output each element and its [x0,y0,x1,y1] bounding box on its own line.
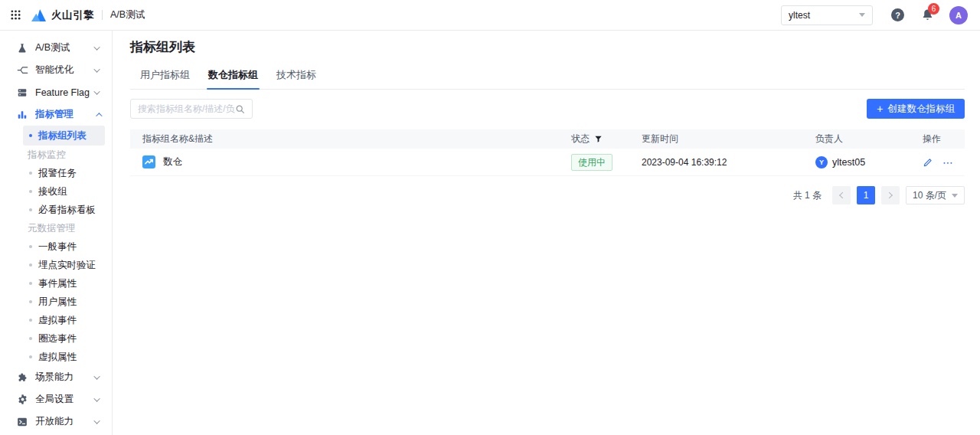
column-status-label: 状态 [571,132,590,146]
pagination: 共 1 条 1 10 条/页 [130,186,965,204]
sidebar-item-circle-select-event[interactable]: 圈选事件 [23,329,105,348]
sidebar-item-label: 用户属性 [38,296,77,309]
sidebar-item-open-capability[interactable]: 开放能力 [0,410,112,433]
edit-icon[interactable] [923,157,933,168]
more-actions-icon[interactable]: ⋯ [942,157,954,168]
help-icon[interactable]: ? [891,8,904,21]
sidebar-item-label: 全局设置 [35,393,96,406]
brand-name[interactable]: 火山引擎 [51,8,94,22]
metric-group-name[interactable]: 数仓 [163,155,182,168]
sidebar-item-label: 报警任务 [38,167,77,180]
column-actions: 操作 [923,132,965,146]
sidebar-item-label: 一般事件 [38,240,77,253]
volcano-logo-icon [31,9,46,21]
owner-name: yltest05 [832,157,865,168]
sidebar-item-metric-group-list[interactable]: 指标组列表 [23,126,105,146]
page-size-value: 10 条/页 [913,189,946,202]
page-title: 指标组列表 [130,38,965,57]
bullet-icon [29,355,32,358]
product-name[interactable]: A/B测试 [110,8,145,21]
search-box[interactable] [130,99,253,119]
sidebar-heading-label: 元数据管理 [28,222,76,235]
column-name-description: 指标组名称&描述 [130,132,571,146]
sidebar-item-realtime-validation[interactable]: 埋点实时验证 [23,256,105,274]
pagination-next-button[interactable] [881,186,900,204]
tab-bar: 用户指标组 数仓指标组 技术指标 [130,68,965,90]
sidebar-heading-metadata-management: 元数据管理 [0,219,112,237]
sidebar-item-label: 场景能力 [35,371,96,384]
owner-cell: Y yltest05 [815,156,923,168]
toolbar: + 创建数仓指标组 [130,99,965,119]
puzzle-icon [16,372,28,383]
sidebar-item-label: 智能优化 [35,64,96,77]
sidebar-item-feature-flag[interactable]: Feature Flag [0,81,112,103]
actions-cell: ⋯ [923,157,965,168]
sidebar-item-event-property[interactable]: 事件属性 [23,274,105,293]
column-status: 状态 [571,132,642,146]
branch-icon [16,64,28,76]
sidebar-item-must-see-dashboard[interactable]: 必看指标看板 [23,201,105,219]
stack-icon [16,87,28,98]
chevron-down-icon [859,13,865,17]
create-warehouse-metric-group-button[interactable]: + 创建数仓指标组 [867,99,965,119]
sidebar-item-label: 接收组 [38,185,67,198]
sidebar-item-label: 埋点实时验证 [38,259,96,272]
sidebar-item-general-event[interactable]: 一般事件 [23,237,105,256]
sidebar-item-metric-monitor[interactable]: 指标监控 [0,146,112,164]
sidebar-item-scene-capability[interactable]: 场景能力 [0,366,112,388]
apps-grid-icon[interactable] [11,10,21,20]
sidebar-item-global-settings[interactable]: 全局设置 [0,388,112,410]
chevron-up-icon [96,113,102,119]
bullet-icon [29,172,32,175]
pagination-total: 共 1 条 [793,189,822,202]
owner-avatar: Y [815,156,828,168]
page-size-select[interactable]: 10 条/页 [906,186,965,204]
sidebar-item-ab-test[interactable]: A/B测试 [0,37,112,59]
sidebar-item-virtual-event[interactable]: 虚拟事件 [23,311,105,329]
sidebar-item-alarm-task[interactable]: 报警任务 [23,164,105,182]
create-button-label: 创建数仓指标组 [888,103,956,116]
topbar-divider [102,10,103,20]
sidebar-item-user-property[interactable]: 用户属性 [23,293,105,311]
bullet-icon [29,134,32,137]
sidebar-item-label: 事件属性 [38,277,77,290]
pagination-page-1[interactable]: 1 [857,186,875,204]
sidebar-item-metric-management[interactable]: 指标管理 [0,103,112,126]
tab-user-metric-group[interactable]: 用户指标组 [139,68,191,89]
updated-time-cell: 2023-09-04 16:39:12 [642,157,815,168]
workspace-select-value: yltest [789,10,810,21]
bullet-icon [29,337,32,340]
user-avatar[interactable]: A [949,6,968,25]
bullet-icon [29,282,32,285]
sidebar-item-label: 指标组列表 [38,129,87,142]
search-icon [235,104,245,114]
sidebar-item-virtual-property[interactable]: 虚拟属性 [23,348,105,366]
metric-group-table: 指标组名称&描述 状态 更新时间 负责人 操作 [130,129,965,176]
table-row[interactable]: 数仓 使用中 2023-09-04 16:39:12 Y yltest05 [130,149,965,176]
chevron-right-icon [886,192,892,198]
tab-technical-metric[interactable]: 技术指标 [275,68,318,89]
sidebar-item-receiver-group[interactable]: 接收组 [23,182,105,201]
metric-group-name-cell[interactable]: 数仓 [130,155,571,168]
sidebar-item-label: 圈选事件 [38,332,77,345]
workspace-select[interactable]: yltest [781,5,873,25]
pagination-prev-button[interactable] [832,186,851,204]
sidebar-item-label: Feature Flag [35,87,96,98]
sidebar-item-label: A/B测试 [35,41,96,54]
tab-warehouse-metric-group[interactable]: 数仓指标组 [207,68,260,89]
sidebar: A/B测试 智能优化 [0,31,113,435]
terminal-icon [16,417,28,427]
sidebar-item-label: 开放能力 [35,415,96,428]
notifications-button[interactable]: 6 [921,8,934,21]
search-input[interactable] [138,103,235,114]
plus-icon: + [877,103,883,114]
sidebar-item-label: 必看指标看板 [38,204,96,217]
sidebar-item-smart-optimization[interactable]: 智能优化 [0,59,112,81]
notification-badge: 6 [928,3,939,15]
metric-group-doc-icon [142,155,155,168]
column-owner: 负责人 [815,132,923,146]
bullet-icon [29,300,32,303]
filter-funnel-icon[interactable] [594,135,603,143]
bullet-icon [29,190,32,193]
sidebar-item-label: 指标监控 [28,149,66,162]
